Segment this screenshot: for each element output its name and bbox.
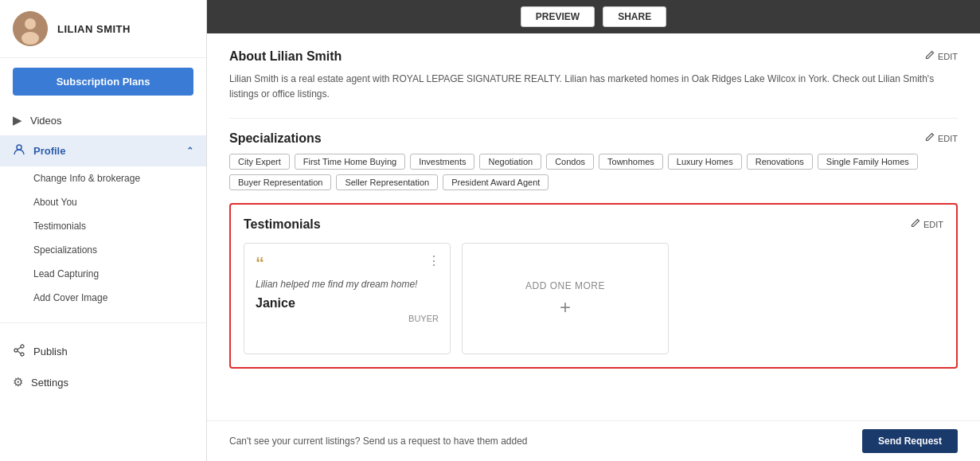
svg-point-4 [14,349,18,352]
sidebar-item-videos[interactable]: ▶ Videos [0,105,206,135]
sidebar-header: LILIAN SMITH [0,0,206,58]
spec-tag: First Time Home Buying [295,154,405,170]
svg-point-3 [17,145,21,150]
specializations-label: Specializations [33,244,97,256]
sidebar-item-publish[interactable]: Publish [0,336,206,367]
about-body-text: Lilian Smith is a real estate agent with… [229,72,958,102]
change-info-label: Change Info & brokerage [33,173,140,184]
add-card-label: ADD ONE MORE [525,280,605,291]
about-edit-icon [924,50,935,63]
publish-label: Publish [33,346,68,357]
specializations-edit-icon [924,132,935,145]
testimonials-edit-label: EDIT [923,220,943,229]
settings-icon: ⚙ [13,375,23,389]
sidebar-item-profile-label: Profile [33,145,65,157]
sidebar-username: LILIAN SMITH [57,23,131,35]
spec-tag: Condos [546,154,594,170]
svg-line-7 [18,347,21,350]
testimonials-edit-icon [910,218,920,231]
specializations-section-title: Specializations [229,131,322,146]
testimonial-quote-icon: “ [256,255,439,272]
about-edit-label: EDIT [938,52,958,61]
sidebar-sub-change-info[interactable]: Change Info & brokerage [0,166,206,190]
testimonials-edit-button[interactable]: EDIT [910,218,943,231]
divider-1 [229,118,958,119]
testimonials-section: Testimonials EDIT “ ⋮ Lilian helped me f… [229,203,958,369]
testimonials-label: Testimonials [33,221,86,232]
spec-tag: Seller Representation [336,174,438,190]
sidebar-sub-about-you[interactable]: About You [0,190,206,214]
about-edit-button[interactable]: EDIT [924,50,958,63]
about-section-header: About Lilian Smith EDIT [229,49,958,64]
add-testimonial-button[interactable]: ADD ONE MORE + [462,243,669,354]
avatar [13,11,48,46]
testimonial-role: BUYER [256,314,439,323]
add-cover-image-label: Add Cover Image [33,292,107,303]
bottom-bar: Can't see your current listings? Send us… [207,420,980,461]
sidebar-sub-add-cover-image[interactable]: Add Cover Image [0,286,206,310]
sidebar-item-settings[interactable]: ⚙ Settings [0,367,206,397]
testimonials-cards-container: “ ⋮ Lilian helped me find my dream home!… [244,243,943,354]
spec-tag: Townhomes [599,154,663,170]
chevron-up-icon: ⌃ [186,146,193,156]
svg-point-1 [25,18,36,29]
share-button[interactable]: SHARE [603,6,666,27]
specializations-section-header: Specializations EDIT [229,131,958,146]
testimonial-text: Lilian helped me find my dream home! [256,279,439,290]
testimonials-section-title: Testimonials [244,217,321,232]
sidebar-sub-lead-capturing[interactable]: Lead Capturing [0,262,206,286]
main-area: PREVIEW SHARE About Lilian Smith EDIT Li… [207,0,980,461]
preview-button[interactable]: PREVIEW [521,6,595,27]
sidebar-item-videos-label: Videos [30,115,62,127]
specializations-edit-label: EDIT [938,134,958,143]
sidebar: LILIAN SMITH Subscription Plans ▶ Videos… [0,0,207,461]
specializations-edit-button[interactable]: EDIT [924,132,958,145]
spec-tag: City Expert [229,154,290,170]
add-card-plus-icon: + [560,298,571,317]
spec-tag: Single Family Homes [818,154,918,170]
svg-point-5 [21,345,24,348]
svg-point-6 [21,353,24,356]
spec-tag: Luxury Homes [668,154,742,170]
lead-capturing-label: Lead Capturing [33,268,99,279]
about-section-title: About Lilian Smith [229,49,342,64]
testimonial-menu-button[interactable]: ⋮ [428,253,440,268]
specializations-tags: City ExpertFirst Time Home BuyingInvestm… [229,154,958,190]
profile-icon [13,143,25,158]
spec-tag: Negotiation [479,154,541,170]
content-area: About Lilian Smith EDIT Lilian Smith is … [207,33,980,420]
testimonials-section-header: Testimonials EDIT [244,217,943,232]
publish-icon [13,344,25,359]
send-request-button[interactable]: Send Request [862,429,958,453]
spec-tag: Renovations [747,154,813,170]
spec-tag: Buyer Representation [229,174,331,190]
testimonial-name: Janice [256,296,439,311]
bottom-bar-message: Can't see your current listings? Send us… [229,436,528,447]
svg-line-8 [18,351,21,354]
testimonial-card: “ ⋮ Lilian helped me find my dream home!… [244,243,451,354]
sidebar-sub-testimonials[interactable]: Testimonials [0,214,206,238]
spec-tag: President Award Agent [443,174,549,190]
settings-label: Settings [31,377,68,389]
sidebar-item-profile[interactable]: Profile ⌃ [0,135,206,166]
subscription-plans-button[interactable]: Subscription Plans [13,68,193,96]
spec-tag: Investments [410,154,474,170]
svg-point-2 [21,32,39,45]
about-you-label: About You [33,197,77,208]
top-bar: PREVIEW SHARE [207,0,980,33]
sidebar-sub-specializations[interactable]: Specializations [0,238,206,262]
videos-icon: ▶ [13,113,22,127]
